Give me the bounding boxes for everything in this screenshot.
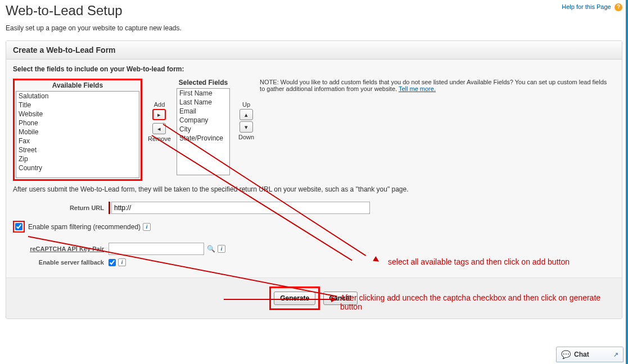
add-button[interactable]: ▸ xyxy=(152,109,166,120)
list-item[interactable]: City xyxy=(177,125,229,134)
lookup-icon[interactable]: 🔍 xyxy=(206,244,215,253)
spam-filtering-label: Enable spam filtering (recommended) xyxy=(28,223,141,231)
instruction-text: Select the fields to include on your Web… xyxy=(13,65,615,73)
caret-down-icon: ▾ xyxy=(245,124,248,131)
annotation-text-top: select all available tags and then click… xyxy=(388,257,570,266)
list-item[interactable]: Website xyxy=(16,110,139,119)
available-fields-listbox[interactable]: SalutationTitleWebsitePhoneMobileFaxStre… xyxy=(16,91,139,178)
info-icon[interactable]: i xyxy=(218,245,225,253)
list-item[interactable]: Email xyxy=(177,107,229,116)
info-icon[interactable]: i xyxy=(118,258,126,266)
annotation-text-bottom: After clicking add uncech the captcha ch… xyxy=(340,293,604,311)
spam-filtering-checkbox[interactable] xyxy=(15,223,22,230)
after-submit-text: After users submit the Web-to-Lead form,… xyxy=(13,185,615,193)
page-title: Web-to-Lead Setup xyxy=(6,3,123,19)
list-item[interactable]: Fax xyxy=(16,136,139,145)
recaptcha-input[interactable] xyxy=(109,243,204,255)
list-item[interactable]: Phone xyxy=(16,119,139,128)
list-item[interactable]: Title xyxy=(16,101,139,110)
list-item[interactable]: Mobile xyxy=(16,128,139,136)
list-item[interactable]: Country xyxy=(16,163,139,172)
arrow-head-icon xyxy=(331,297,337,302)
right-border xyxy=(626,0,628,364)
list-item[interactable]: Company xyxy=(177,116,229,125)
fallback-label: Enable server fallback xyxy=(13,259,109,266)
list-item[interactable]: Last Name xyxy=(177,98,229,107)
list-item[interactable]: Street xyxy=(16,145,139,154)
note-text: NOTE: Would you like to add custom field… xyxy=(260,79,608,92)
up-label: Up xyxy=(242,101,250,108)
panel-heading: Create a Web-to-Lead Form xyxy=(6,41,622,60)
caret-up-icon: ▴ xyxy=(245,111,248,119)
list-item[interactable]: Zip xyxy=(16,154,139,163)
chat-widget[interactable]: 💬 Chat ↗ xyxy=(556,347,624,362)
required-indicator xyxy=(109,202,110,214)
list-item[interactable]: Salutation xyxy=(16,92,139,101)
chevron-left-icon: ◂ xyxy=(157,125,161,133)
add-label: Add xyxy=(154,101,165,108)
annotation-arrow xyxy=(224,299,336,300)
create-form-panel: Create a Web-to-Lead Form Select the fie… xyxy=(6,40,622,319)
chat-bubble-icon: 💬 xyxy=(561,350,571,359)
page-description: Easily set up a page on your website to … xyxy=(0,21,628,40)
return-url-input[interactable] xyxy=(111,202,370,214)
expand-icon[interactable]: ↗ xyxy=(613,351,618,358)
generate-button[interactable]: Generate xyxy=(274,292,315,305)
fallback-checkbox[interactable] xyxy=(109,259,116,266)
list-item[interactable]: First Name xyxy=(177,89,229,98)
info-icon[interactable]: i xyxy=(143,223,151,231)
chevron-right-icon: ▸ xyxy=(157,111,161,119)
chat-label: Chat xyxy=(574,351,589,358)
move-down-button[interactable]: ▾ xyxy=(240,121,253,133)
return-url-label: Return URL xyxy=(13,204,109,211)
selected-fields-heading: Selected Fields xyxy=(177,79,230,87)
help-icon[interactable]: ? xyxy=(615,3,622,11)
down-label: Down xyxy=(238,134,254,140)
move-up-button[interactable]: ▴ xyxy=(240,109,253,120)
available-fields-heading: Available Fields xyxy=(16,81,139,89)
help-link[interactable]: Help for this Page xyxy=(562,3,611,10)
tell-me-more-link[interactable]: Tell me more. xyxy=(399,85,436,92)
